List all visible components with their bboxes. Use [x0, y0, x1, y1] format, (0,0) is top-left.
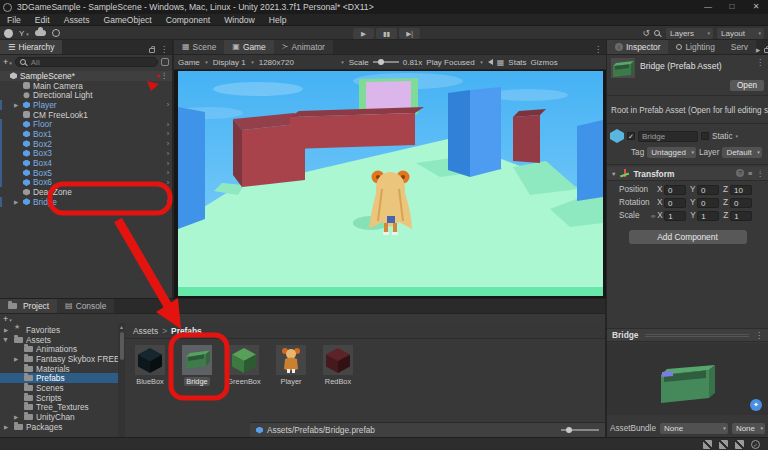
stats-button[interactable]: Stats: [508, 58, 526, 67]
console-warning-muted-icon[interactable]: [719, 440, 728, 449]
folder-item[interactable]: ▶ Tree_Textures: [0, 403, 118, 413]
static-checkbox[interactable]: [701, 132, 709, 140]
folder-item[interactable]: ▶ Packages: [0, 422, 118, 432]
scroll-up-icon[interactable]: ▲: [119, 324, 124, 330]
prefab-open-arrow-icon[interactable]: ›: [167, 169, 169, 176]
prefab-open-arrow-icon[interactable]: ›: [167, 101, 169, 108]
static-dropdown-icon[interactable]: ▾: [735, 133, 738, 139]
menu-item[interactable]: Assets: [57, 14, 97, 26]
folder-item[interactable]: ▶ Materials: [0, 364, 118, 374]
prefab-open-arrow-icon[interactable]: ›: [167, 198, 169, 205]
focus-mode-dropdown[interactable]: Play Focused: [426, 58, 483, 67]
prefab-open-arrow-icon[interactable]: ›: [167, 140, 169, 147]
console-info-muted-icon[interactable]: [703, 440, 712, 449]
tab-lighting[interactable]: Lighting: [668, 40, 722, 54]
preview-interact-icon[interactable]: ✦: [750, 399, 762, 411]
tab-hierarchy[interactable]: ☰ Hierarchy: [0, 40, 62, 54]
hierarchy-item[interactable]: ▶ Box5 › ⋮: [0, 168, 172, 178]
y-value-field[interactable]: 0: [697, 198, 719, 208]
hierarchy-search-input[interactable]: All: [15, 57, 158, 67]
mute-audio-icon[interactable]: [488, 59, 493, 65]
tab-services[interactable]: Serv: [723, 40, 756, 54]
hierarchy-item[interactable]: ▶ CM FreeLook1 › ⋮: [0, 110, 172, 120]
y-value-field[interactable]: 1: [697, 211, 719, 221]
folder-item[interactable]: ▶ Scenes: [0, 383, 118, 393]
header-menu-icon[interactable]: ⋮: [756, 58, 764, 67]
search-icon[interactable]: [654, 30, 660, 36]
menu-item[interactable]: File: [0, 14, 28, 26]
project-tree-scrollbar[interactable]: ▲: [118, 323, 125, 437]
asset-item[interactable]: RedBox: [320, 345, 356, 386]
fold-arrow-icon[interactable]: ▼: [611, 171, 616, 177]
menu-item[interactable]: Window: [217, 14, 262, 26]
help-icon[interactable]: ?: [736, 169, 744, 177]
folder-item[interactable]: ▶ Assets: [0, 335, 118, 345]
expand-arrow-icon[interactable]: ▶: [4, 424, 8, 430]
name-field[interactable]: Bridge: [638, 131, 698, 142]
account-dropdown[interactable]: Y: [19, 29, 29, 38]
prefab-open-arrow-icon[interactable]: ›: [167, 179, 169, 186]
assetbundle-variant-dropdown[interactable]: None: [732, 423, 765, 434]
open-prefab-button[interactable]: Open: [730, 80, 764, 91]
display-dropdown[interactable]: Display 1: [213, 58, 255, 67]
expand-arrow-icon[interactable]: ▶: [14, 356, 18, 362]
preview-menu-icon[interactable]: ⋮: [755, 331, 763, 340]
folder-item[interactable]: ▶ Scripts: [0, 393, 118, 403]
gizmos-button[interactable]: Gizmos: [531, 58, 558, 67]
asset-item[interactable]: Player: [273, 345, 309, 386]
folder-item[interactable]: ▶ Favorites: [0, 325, 118, 335]
scale-slider[interactable]: [373, 61, 399, 63]
folder-item[interactable]: ▶ UnityChan: [0, 412, 118, 422]
tag-dropdown[interactable]: Untagged: [647, 147, 696, 158]
play-button[interactable]: ▶: [353, 28, 374, 39]
component-menu-icon[interactable]: ⋮: [757, 169, 765, 178]
prefab-open-arrow-icon[interactable]: ›: [167, 121, 169, 128]
create-asset-button[interactable]: +: [3, 314, 12, 324]
tab-game[interactable]: ▣Game: [224, 40, 273, 54]
folder-item[interactable]: ▶ Animations: [0, 344, 118, 354]
z-value-field[interactable]: 10: [730, 185, 752, 195]
expand-arrow-icon[interactable]: ▶: [3, 337, 9, 341]
hierarchy-item[interactable]: ▶ Main Camera › ⋮: [0, 81, 172, 91]
layers-dropdown[interactable]: Layers: [666, 28, 713, 39]
account-icon[interactable]: [4, 29, 13, 38]
hierarchy-item[interactable]: ▶ Box4 › ⋮: [0, 158, 172, 168]
breadcrumb-current[interactable]: Prefabs: [171, 326, 202, 336]
asset-item[interactable]: BlueBox: [132, 345, 168, 386]
tab-console[interactable]: ▤Console: [57, 299, 114, 313]
lock-icon[interactable]: [764, 48, 768, 53]
hierarchy-item[interactable]: ▶ Box3 › ⋮: [0, 149, 172, 159]
hierarchy-item[interactable]: ▶ DeadZone › ⋮: [0, 187, 172, 197]
menu-item[interactable]: Component: [159, 14, 217, 26]
hierarchy-item[interactable]: ▶ Bridge › ⋮: [0, 197, 172, 207]
thumbnail-size-slider[interactable]: [561, 429, 599, 431]
expand-arrow-icon[interactable]: ▶: [14, 199, 18, 205]
assetbundle-dropdown[interactable]: None: [660, 423, 728, 434]
preview-resize-handle[interactable]: [645, 334, 749, 337]
hierarchy-item[interactable]: ▶ Player › ⋮: [0, 100, 172, 110]
lock-icon[interactable]: [149, 48, 155, 53]
layout-dropdown[interactable]: Layout: [717, 28, 764, 39]
scene-picker-icon[interactable]: [161, 58, 169, 66]
step-button[interactable]: ▶|: [399, 28, 420, 39]
tab-project[interactable]: Project: [0, 299, 57, 313]
panel-menu-icon[interactable]: ⋮: [160, 45, 168, 54]
pause-button[interactable]: ▮▮: [376, 28, 397, 39]
folder-item[interactable]: ▶ Prefabs: [0, 373, 118, 383]
hierarchy-item[interactable]: ▶ Directional Light › ⋮: [0, 90, 172, 100]
breadcrumb-root[interactable]: Assets: [133, 326, 158, 336]
console-error-muted-icon[interactable]: [735, 440, 744, 449]
tab-inspector[interactable]: iInspector: [607, 40, 668, 54]
tab-overflow-icon[interactable]: ▶: [756, 47, 760, 53]
prefab-open-arrow-icon[interactable]: ›: [167, 160, 169, 167]
game-mode-dropdown[interactable]: Game: [178, 58, 209, 67]
expand-arrow-icon[interactable]: ▶: [4, 327, 8, 333]
hierarchy-item[interactable]: ▶ Box2 › ⋮: [0, 139, 172, 149]
x-value-field[interactable]: 0: [664, 185, 686, 195]
x-value-field[interactable]: 1: [664, 211, 686, 221]
hierarchy-item[interactable]: ▶ SampleScene* › ⋮: [0, 71, 172, 81]
menu-item[interactable]: Help: [262, 14, 294, 26]
tab-animator[interactable]: ≻Animator: [274, 40, 333, 54]
prefab-open-arrow-icon[interactable]: ›: [167, 130, 169, 137]
create-object-button[interactable]: +: [3, 57, 12, 67]
